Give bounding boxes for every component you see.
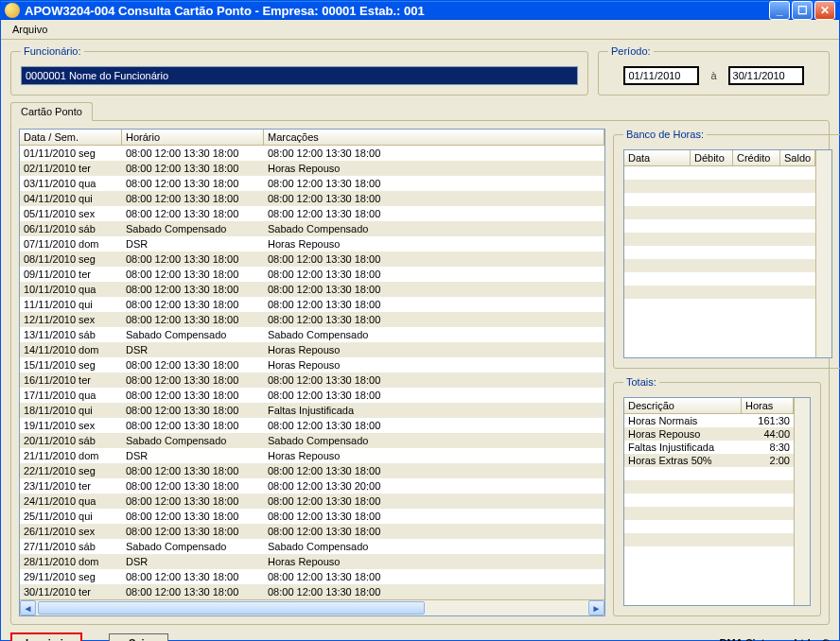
banco-row[interactable] — [624, 259, 815, 272]
table-row[interactable]: 29/11/2010 seg08:00 12:00 13:30 18:0008:… — [20, 569, 604, 584]
table-row[interactable]: 09/11/2010 ter08:00 12:00 13:30 18:0008:… — [20, 267, 604, 282]
cell-data: 29/11/2010 seg — [20, 569, 122, 584]
cell-horario: 08:00 12:00 13:30 18:00 — [122, 206, 264, 221]
table-row[interactable]: 25/11/2010 qui08:00 12:00 13:30 18:0008:… — [20, 509, 604, 524]
table-row[interactable]: 06/11/2010 sábSabado CompensadoSabado Co… — [20, 221, 604, 236]
table-row[interactable]: 28/11/2010 domDSRHoras Repouso — [20, 554, 604, 569]
cell-marcacoes: 08:00 12:00 13:30 18:00 — [264, 372, 604, 388]
totais-col-horas[interactable]: Horas — [742, 398, 794, 413]
totais-body[interactable]: Horas Normais161:30Horas Repouso44:00Fal… — [624, 414, 794, 605]
table-row[interactable]: 07/11/2010 domDSRHoras Repouso — [20, 236, 604, 251]
banco-row[interactable] — [624, 272, 815, 286]
banco-col-credito[interactable]: Crédito — [733, 150, 780, 165]
cell-horario: 08:00 12:00 13:30 18:00 — [122, 478, 264, 494]
table-row[interactable]: 15/11/2010 seg08:00 12:00 13:30 18:00Hor… — [20, 357, 604, 372]
col-header-data[interactable]: Data / Sem. — [20, 130, 122, 145]
totais-vscroll[interactable] — [794, 398, 810, 605]
content-area: Funcionário: Período: à Cartão Ponto D — [1, 40, 839, 629]
banco-vscroll[interactable] — [815, 150, 831, 357]
periodo-to[interactable] — [728, 66, 804, 85]
footer-brand: BMA Sistemas Ltda. ® — [720, 637, 831, 641]
scroll-left-icon[interactable]: ◄ — [20, 600, 36, 615]
table-row[interactable]: 08/11/2010 seg08:00 12:00 13:30 18:0008:… — [20, 251, 604, 267]
totais-col-desc[interactable]: Descrição — [624, 398, 742, 413]
table-row[interactable]: 05/11/2010 sex08:00 12:00 13:30 18:0008:… — [20, 206, 604, 221]
maximize-button[interactable]: ☐ — [792, 1, 813, 20]
table-row[interactable]: 19/11/2010 sex08:00 12:00 13:30 18:0008:… — [20, 418, 604, 433]
tab-cartao-ponto[interactable]: Cartão Ponto — [10, 102, 93, 121]
table-row[interactable]: 03/11/2010 qua08:00 12:00 13:30 18:0008:… — [20, 176, 604, 191]
table-row[interactable]: 23/11/2010 ter08:00 12:00 13:30 18:0008:… — [20, 478, 604, 494]
totais-row[interactable]: Horas Extras 50%2:00 — [624, 454, 794, 467]
cell-horario: Sabado Compensado — [122, 221, 264, 236]
banco-row[interactable] — [624, 180, 815, 193]
table-row[interactable]: 10/11/2010 qua08:00 12:00 13:30 18:0008:… — [20, 282, 604, 297]
totais-row[interactable]: Horas Repouso44:00 — [624, 427, 794, 441]
cell-data: 25/11/2010 qui — [20, 509, 122, 524]
titlebar: APOW3204-004 Consulta Cartão Ponto - Emp… — [1, 1, 839, 20]
col-header-marcacoes[interactable]: Marcações — [264, 130, 604, 145]
cell-marcacoes: 08:00 12:00 13:30 18:00 — [264, 297, 604, 312]
banco-row[interactable] — [624, 246, 815, 259]
table-row[interactable]: 01/11/2010 seg08:00 12:00 13:30 18:0008:… — [20, 146, 604, 161]
imprimir-button[interactable]: Imprimir — [10, 632, 82, 641]
cell-data: 17/11/2010 qua — [20, 388, 122, 403]
banco-row[interactable] — [624, 193, 815, 206]
scroll-thumb[interactable] — [38, 601, 425, 615]
table-row[interactable]: 20/11/2010 sábSabado CompensadoSabado Co… — [20, 433, 604, 448]
banco-col-saldo[interactable]: Saldo — [780, 150, 815, 165]
table-row[interactable]: 18/11/2010 qui08:00 12:00 13:30 18:00Fal… — [20, 403, 604, 418]
table-row[interactable]: 24/11/2010 qua08:00 12:00 13:30 18:0008:… — [20, 494, 604, 509]
banco-row[interactable] — [624, 219, 815, 233]
totais-row[interactable]: Faltas Injustificada8:30 — [624, 441, 794, 454]
banco-row[interactable] — [624, 233, 815, 246]
banco-col-debito[interactable]: Débito — [691, 150, 733, 165]
minimize-button[interactable]: _ — [769, 1, 790, 20]
cell-marcacoes: 08:00 12:00 13:30 18:00 — [264, 509, 604, 524]
cell-marcacoes: 08:00 12:00 13:30 18:00 — [264, 584, 604, 599]
close-button[interactable]: ✕ — [814, 1, 835, 20]
banco-row[interactable] — [624, 286, 815, 299]
grid-body[interactable]: 01/11/2010 seg08:00 12:00 13:30 18:0008:… — [20, 146, 604, 599]
table-row[interactable]: 12/11/2010 sex08:00 12:00 13:30 18:0008:… — [20, 312, 604, 327]
table-row[interactable]: 22/11/2010 seg08:00 12:00 13:30 18:0008:… — [20, 463, 604, 478]
totais-legend: Totais: — [623, 376, 659, 388]
table-row[interactable]: 30/11/2010 ter08:00 12:00 13:30 18:0008:… — [20, 584, 604, 599]
cell-horario: 08:00 12:00 13:30 18:00 — [122, 357, 264, 372]
cell-marcacoes: 08:00 12:00 13:30 18:00 — [264, 388, 604, 403]
cell-marcacoes: 08:00 12:00 13:30 18:00 — [264, 176, 604, 191]
table-row[interactable]: 27/11/2010 sábSabado CompensadoSabado Co… — [20, 539, 604, 554]
scroll-right-icon[interactable]: ► — [588, 600, 604, 615]
sair-button[interactable]: Sair — [109, 633, 168, 641]
funcionario-input[interactable] — [21, 66, 578, 85]
table-row[interactable]: 16/11/2010 ter08:00 12:00 13:30 18:0008:… — [20, 372, 604, 388]
cell-horario: 08:00 12:00 13:30 18:00 — [122, 569, 264, 584]
cell-marcacoes: 08:00 12:00 13:30 18:00 — [264, 312, 604, 327]
totais-row[interactable]: Horas Normais161:30 — [624, 414, 794, 427]
horizontal-scrollbar[interactable]: ◄ ► — [20, 599, 604, 615]
cell-marcacoes: Sabado Compensado — [264, 539, 604, 554]
banco-col-data[interactable]: Data — [624, 150, 691, 165]
cell-marcacoes: 08:00 12:00 13:30 18:00 — [264, 206, 604, 221]
table-row[interactable]: 14/11/2010 domDSRHoras Repouso — [20, 342, 604, 357]
cell-horario: 08:00 12:00 13:30 18:00 — [122, 403, 264, 418]
table-row[interactable]: 02/11/2010 ter08:00 12:00 13:30 18:00Hor… — [20, 161, 604, 176]
banco-row[interactable] — [624, 299, 815, 312]
menu-arquivo[interactable]: Arquivo — [7, 22, 53, 37]
table-row[interactable]: 17/11/2010 qua08:00 12:00 13:30 18:0008:… — [20, 388, 604, 403]
table-row[interactable]: 26/11/2010 sex08:00 12:00 13:30 18:0008:… — [20, 524, 604, 539]
cell-marcacoes: 08:00 12:00 13:30 18:00 — [264, 418, 604, 433]
cell-data: 03/11/2010 qua — [20, 176, 122, 191]
periodo-from[interactable] — [623, 66, 699, 85]
cell-marcacoes: Horas Repouso — [264, 161, 604, 176]
banco-row[interactable] — [624, 166, 815, 180]
totais-horas: 8:30 — [742, 441, 794, 454]
table-row[interactable]: 13/11/2010 sábSabado CompensadoSabado Co… — [20, 327, 604, 342]
cell-marcacoes: 08:00 12:00 13:30 18:00 — [264, 251, 604, 267]
table-row[interactable]: 21/11/2010 domDSRHoras Repouso — [20, 448, 604, 463]
cell-marcacoes: 08:00 12:00 13:30 18:00 — [264, 267, 604, 282]
banco-row[interactable] — [624, 206, 815, 219]
table-row[interactable]: 04/11/2010 qui08:00 12:00 13:30 18:0008:… — [20, 191, 604, 206]
col-header-horario[interactable]: Horário — [122, 130, 264, 145]
table-row[interactable]: 11/11/2010 qui08:00 12:00 13:30 18:0008:… — [20, 297, 604, 312]
